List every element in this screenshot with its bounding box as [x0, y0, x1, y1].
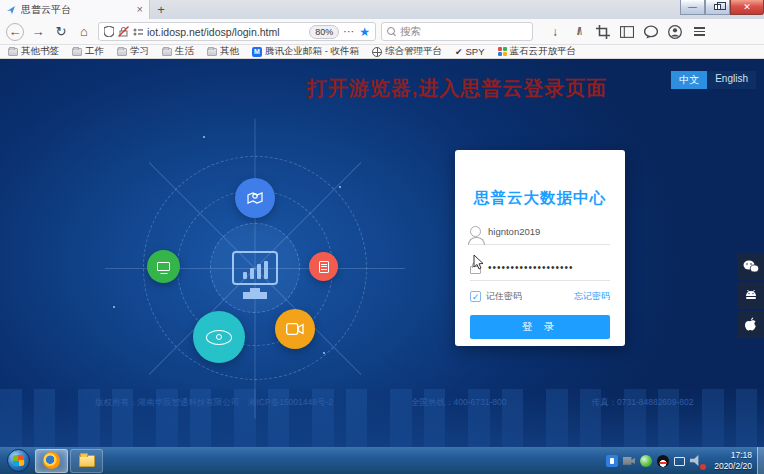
toolbar-icons: ↓ ll\ [548, 25, 706, 39]
windows-logo-icon [13, 455, 25, 467]
tray-network-icon[interactable] [674, 457, 685, 466]
bookmark-folder-other[interactable]: 其他书签 [8, 45, 59, 58]
password-field[interactable]: ••••••••••••••••••• [470, 255, 610, 281]
apple-button[interactable] [737, 311, 764, 338]
menu-icon[interactable] [692, 25, 706, 39]
start-button[interactable] [7, 449, 30, 472]
wechat-icon [743, 260, 759, 273]
bookmark-star-icon[interactable]: ★ [359, 25, 370, 39]
download-icon[interactable]: ↓ [548, 25, 562, 39]
taskbar-firefox-button[interactable] [35, 449, 68, 473]
folder-icon [162, 48, 172, 56]
camera-node [275, 309, 315, 349]
eye-icon [206, 330, 232, 345]
taskbar: 17:18 2020/2/20 [0, 447, 764, 474]
forgot-password-link[interactable]: 忘记密码 [574, 290, 610, 303]
bookmark-folder-life[interactable]: 生活 [162, 45, 194, 58]
bookmark-tencent-mail[interactable]: M腾讯企业邮箱 - 收件箱 [252, 45, 359, 58]
hotline-text: 全国热线：400-6731-800 [411, 397, 506, 409]
floating-buttons [737, 253, 764, 338]
globe-icon [372, 47, 382, 57]
browser-window: 思普云平台 × + — ✕ ← → ↻ ⌂ iot.idosp.net/idos… [0, 0, 764, 474]
tray-green-status-icon[interactable] [640, 455, 652, 467]
messages-icon[interactable] [644, 25, 658, 39]
restore-icon [714, 4, 721, 10]
android-icon [744, 289, 758, 302]
folder-icon [207, 48, 217, 56]
folder-icon [72, 48, 82, 56]
page-footer: 版权所有：湖南华辰智通科技有限公司 湘ICP备15001448号-2 全国热线：… [0, 397, 764, 409]
video-camera-icon [286, 323, 304, 335]
bookmarks-bar: 其他书签 工作 学习 生活 其他 M腾讯企业邮箱 - 收件箱 综合管理平台 ✔S… [0, 45, 764, 59]
document-node [309, 252, 338, 281]
login-title: 思普云大数据中心 [470, 188, 610, 209]
account-icon[interactable] [668, 25, 682, 39]
login-page: 中文 English 打开游览器,进入思普云登录页面 [0, 59, 764, 447]
username-value: hignton2019 [488, 226, 540, 237]
tab-strip: 思普云平台 × + — ✕ [0, 0, 764, 19]
show-desktop-button[interactable] [757, 447, 764, 474]
map-pin-icon [247, 190, 263, 206]
nav-toolbar: ← → ↻ ⌂ iot.idosp.net/idosp/login.html 8… [0, 19, 764, 45]
insecure-lock-icon[interactable] [118, 26, 129, 37]
zoom-level-badge[interactable]: 80% [309, 25, 339, 39]
user-icon [470, 226, 481, 237]
remember-label: 记住密码 [486, 290, 522, 303]
orbit-graphic [143, 156, 367, 380]
tray-notification-icon[interactable] [606, 455, 618, 467]
wechat-button[interactable] [737, 253, 764, 280]
url-text[interactable]: iot.idosp.net/idosp/login.html [147, 26, 305, 38]
monitor-icon [157, 262, 170, 271]
tab-favicon [6, 5, 16, 15]
firefox-icon [43, 452, 60, 469]
library-icon[interactable]: ll\ [572, 25, 586, 39]
browser-tab[interactable]: 思普云平台 × [0, 0, 150, 19]
bookmark-folder-misc[interactable]: 其他 [207, 45, 239, 58]
url-bar[interactable]: iot.idosp.net/idosp/login.html 80% ⋯ ★ [98, 22, 376, 41]
folder-icon [117, 48, 127, 56]
remember-checkbox[interactable]: ✓ [470, 291, 481, 302]
back-button[interactable]: ← [6, 23, 24, 41]
document-icon [319, 261, 329, 273]
close-button[interactable]: ✕ [730, 0, 764, 15]
tab-close-icon[interactable]: × [137, 4, 143, 15]
minimize-button[interactable]: — [680, 0, 705, 15]
bookmark-folder-study[interactable]: 学习 [117, 45, 149, 58]
mouse-cursor [473, 254, 485, 270]
search-placeholder: 搜索 [400, 25, 421, 39]
bookmark-folder-work[interactable]: 工作 [72, 45, 104, 58]
tray-qq-icon[interactable] [657, 455, 669, 467]
clock-date: 2020/2/20 [714, 461, 752, 472]
bookmark-spy[interactable]: ✔SPY [455, 46, 485, 57]
username-field[interactable]: hignton2019 [470, 219, 610, 245]
taskbar-explorer-button[interactable] [70, 449, 103, 473]
page-actions-icon[interactable]: ⋯ [343, 25, 355, 38]
map-node [235, 178, 275, 218]
reload-button[interactable]: ↻ [52, 23, 70, 41]
tab-title: 思普云平台 [21, 3, 132, 17]
clock-time: 17:18 [714, 450, 752, 461]
permissions-icon[interactable] [133, 28, 143, 36]
bookmark-mgmt-platform[interactable]: 综合管理平台 [372, 45, 442, 58]
android-button[interactable] [737, 282, 764, 309]
login-button[interactable]: 登 录 [470, 315, 610, 339]
forward-button[interactable]: → [29, 23, 47, 41]
taskbar-clock[interactable]: 17:18 2020/2/20 [714, 450, 752, 471]
volume-mute-badge [700, 464, 706, 470]
bookmark-lanshi-cloud[interactable]: 蓝石云开放平台 [498, 45, 577, 58]
restore-button[interactable] [705, 0, 730, 15]
monitor-node [147, 250, 180, 283]
folder-icon [8, 48, 18, 56]
spy-icon: ✔ [455, 47, 463, 57]
new-tab-button[interactable]: + [150, 0, 172, 19]
tray-camera-icon[interactable] [623, 455, 635, 467]
sidebar-icon[interactable] [620, 25, 634, 39]
screenshot-icon[interactable] [596, 25, 610, 39]
search-input[interactable]: 搜索 [381, 22, 533, 41]
home-button[interactable]: ⌂ [75, 23, 93, 41]
options-row: ✓ 记住密码 忘记密码 [470, 290, 610, 303]
mail-icon: M [252, 47, 262, 57]
explorer-icon [79, 455, 95, 467]
search-icon [387, 27, 396, 36]
shield-icon[interactable] [104, 26, 114, 37]
